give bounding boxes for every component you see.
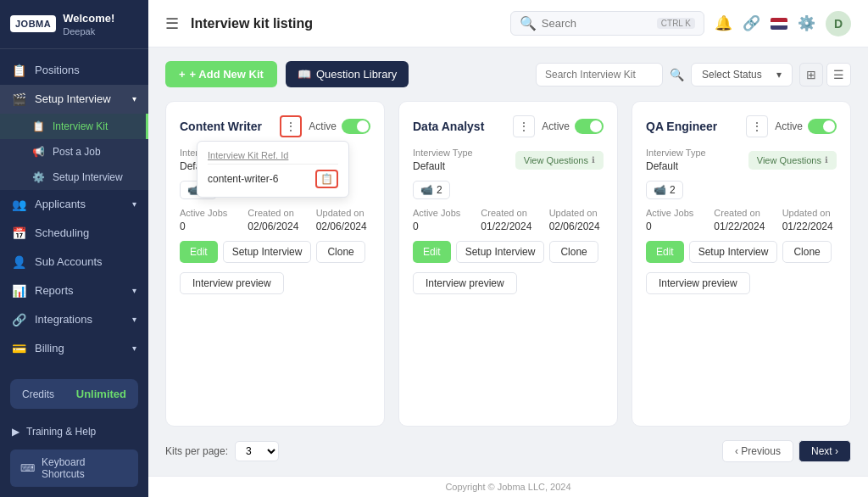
active-jobs-val-1: 0 (180, 221, 234, 232)
language-flag-icon[interactable] (771, 18, 787, 30)
setup-interview-button-3[interactable]: Setup Interview (689, 241, 778, 263)
setup-sub-icon: ⚙️ (32, 171, 46, 183)
reports-label: Reports (35, 284, 74, 297)
cards-grid: Content Writer ⋮ Active Interview Kit Re… (165, 101, 851, 427)
toolbar: + + Add New Kit 📖 Question Library 🔍 Sel… (165, 61, 851, 87)
next-page-button[interactable]: Next › (798, 440, 851, 462)
active-jobs-val-2: 0 (413, 221, 467, 232)
card-menu-button-3[interactable]: ⋮ (746, 115, 768, 137)
search-kit-input[interactable] (536, 63, 663, 87)
setup-interview-button-1[interactable]: Setup Interview (223, 241, 312, 263)
sidebar-item-interview-kit[interactable]: 📋 Interview Kit (0, 114, 148, 139)
edit-button-2[interactable]: Edit (413, 241, 451, 263)
per-page-select[interactable]: 3 5 10 (235, 441, 279, 461)
global-search-bar[interactable]: 🔍 CTRL K (510, 11, 704, 36)
view-questions-button-2[interactable]: View Questions ℹ (515, 151, 604, 170)
active-jobs-label-3: Active Jobs (646, 208, 700, 218)
edit-button-3[interactable]: Edit (646, 241, 684, 263)
active-toggle-3[interactable] (808, 119, 837, 134)
previous-page-button[interactable]: ‹ Previous (722, 440, 793, 462)
cam-count-val-2: 2 (437, 184, 442, 196)
sidebar: JOBMA Welcome! Deepak 📋 Positions 🎬 Setu… (0, 0, 148, 497)
interview-preview-button-1[interactable]: Interview preview (180, 272, 284, 294)
updated-on-val-3: 01/22/2024 (782, 221, 837, 232)
sidebar-item-setup-interview-sub[interactable]: ⚙️ Setup Interview (0, 165, 148, 190)
search-input[interactable] (542, 17, 652, 30)
clone-button-1[interactable]: Clone (316, 241, 364, 263)
user-avatar[interactable]: D (826, 11, 851, 36)
edit-button-1[interactable]: Edit (180, 241, 218, 263)
training-help-item[interactable]: ▶ Training & Help (0, 417, 148, 446)
setup-interview-button-2[interactable]: Setup Interview (456, 241, 545, 263)
question-library-label: Question Library (316, 68, 397, 81)
updated-on-2: Updated on 02/06/2024 (549, 208, 604, 232)
card-header-3: QA Engineer ⋮ Active (646, 115, 837, 137)
sidebar-item-setup-interview[interactable]: 🎬 Setup Interview ▾ (0, 85, 148, 114)
created-on-val-3: 01/22/2024 (714, 221, 768, 232)
keyboard-shortcuts-item[interactable]: ⌨ Keyboard Shortcuts (10, 450, 138, 487)
active-jobs-val-3: 0 (646, 221, 700, 232)
interview-preview-button-3[interactable]: Interview preview (646, 272, 750, 294)
updated-on-3: Updated on 01/22/2024 (782, 208, 837, 232)
card-menu-button-2[interactable]: ⋮ (513, 115, 535, 137)
content-area: + + Add New Kit 📖 Question Library 🔍 Sel… (148, 47, 868, 476)
card-menu-button-1[interactable]: ⋮ (280, 115, 302, 137)
positions-icon: 📋 (12, 64, 27, 77)
active-jobs-3: Active Jobs 0 (646, 208, 700, 232)
card-content-writer: Content Writer ⋮ Active Interview Kit Re… (165, 101, 385, 427)
kit-ref-popup: Interview Kit Ref. Id content-writer-6 📋 (197, 141, 349, 198)
view-questions-label-2: View Questions (524, 155, 588, 165)
menu-icon[interactable]: ☰ (165, 14, 179, 33)
sidebar-item-integrations[interactable]: 🔗 Integrations ▾ (0, 305, 148, 334)
active-jobs-2: Active Jobs 0 (413, 208, 467, 232)
updated-on-val-2: 02/06/2024 (549, 221, 604, 232)
created-on-3: Created on 01/22/2024 (714, 208, 768, 232)
active-toggle-2[interactable] (575, 119, 604, 134)
active-toggle-1[interactable] (342, 119, 370, 134)
clone-button-3[interactable]: Clone (782, 241, 831, 263)
link-icon[interactable]: 🔗 (743, 14, 760, 32)
sidebar-item-reports[interactable]: 📊 Reports ▾ (0, 276, 148, 305)
created-on-label-3: Created on (714, 208, 768, 218)
clone-button-2[interactable]: Clone (549, 241, 598, 263)
toolbar-right: 🔍 Select Status ▾ ⊞ ☰ (536, 63, 851, 87)
sidebar-submenu: 📋 Interview Kit 📢 Post a Job ⚙️ Setup In… (0, 114, 148, 190)
list-view-button[interactable]: ☰ (826, 63, 851, 87)
per-page-selector: Kits per page: 3 5 10 (165, 441, 279, 461)
post-job-label: Post a Job (53, 146, 101, 158)
notification-icon[interactable]: 🔔 (715, 14, 732, 32)
updated-on-1: Updated on 02/06/2024 (316, 208, 370, 232)
integrations-icon: 🔗 (12, 313, 27, 327)
settings-icon[interactable]: ⚙️ (798, 14, 815, 32)
created-on-1: Created on 02/06/2024 (248, 208, 302, 232)
card-row-interview-type-2: Interview Type Default View Questions ℹ (413, 148, 604, 172)
pagination-row: Kits per page: 3 5 10 ‹ Previous Next › (165, 440, 851, 462)
sidebar-item-applicants[interactable]: 👥 Applicants ▾ (0, 190, 148, 219)
copy-ref-button[interactable]: 📋 (315, 170, 338, 188)
cam-count-3: 📹 2 (646, 181, 683, 199)
grid-view-button[interactable]: ⊞ (799, 63, 823, 87)
sidebar-item-sub-accounts[interactable]: 👤 Sub Accounts (0, 248, 148, 276)
sub-accounts-icon: 👤 (12, 255, 27, 269)
footer: Copyright © Jobma LLC, 2024 (148, 476, 868, 497)
search-shortcut-badge: CTRL K (657, 18, 695, 29)
applicants-label: Applicants (35, 198, 86, 210)
question-library-button[interactable]: 📖 Question Library (286, 61, 409, 87)
card-title-3: QA Engineer (646, 120, 739, 133)
popup-ref-value: content-writer-6 (208, 173, 310, 185)
sidebar-item-scheduling[interactable]: 📅 Scheduling (0, 219, 148, 248)
sidebar-logo[interactable]: JOBMA Welcome! Deepak (0, 0, 148, 49)
search-kit-icon[interactable]: 🔍 (670, 68, 684, 81)
scheduling-label: Scheduling (35, 226, 89, 239)
add-new-kit-button[interactable]: + + Add New Kit (165, 61, 277, 87)
sidebar-item-post-job[interactable]: 📢 Post a Job (0, 139, 148, 165)
camera-icon-2: 📹 (420, 184, 433, 196)
active-jobs-label-2: Active Jobs (413, 208, 467, 218)
sidebar-item-billing[interactable]: 💳 Billing ▾ (0, 334, 148, 363)
interview-preview-button-2[interactable]: Interview preview (413, 272, 517, 294)
created-on-label-1: Created on (248, 208, 302, 218)
view-questions-button-3[interactable]: View Questions ℹ (748, 151, 837, 170)
select-status-dropdown[interactable]: Select Status ▾ (691, 63, 793, 87)
interview-kit-label: Interview Kit (53, 120, 108, 132)
sidebar-item-positions[interactable]: 📋 Positions (0, 56, 148, 85)
